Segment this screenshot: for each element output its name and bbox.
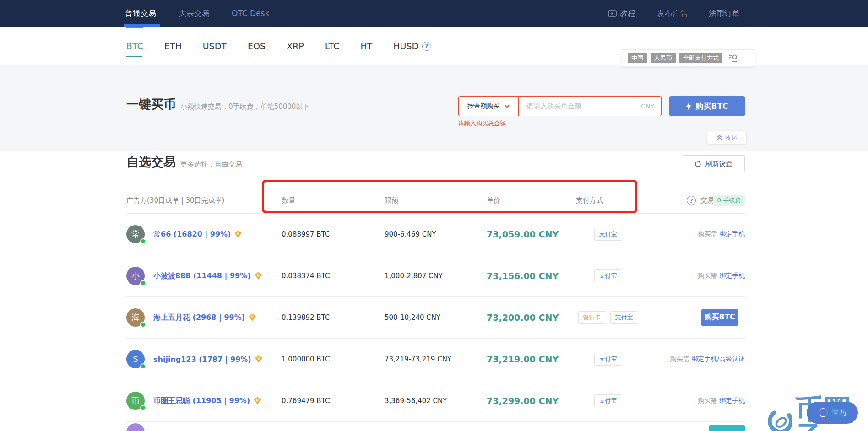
- payment-filter-button[interactable]: 全部支付方式: [679, 53, 722, 63]
- row-amount: 0.139892 BTC: [282, 313, 330, 322]
- quick-buy-button[interactable]: 购买BTC: [669, 96, 745, 116]
- coin-tab-husd[interactable]: HUSD ?: [393, 41, 431, 51]
- alipay-tag: 支付宝: [594, 353, 622, 366]
- avatar[interactable]: 海: [126, 308, 145, 327]
- row-requirement: 购买需 绑定手机: [698, 272, 745, 280]
- row-price: 73,299.00 CNY: [487, 396, 559, 406]
- bind-phone-link[interactable]: 绑定手机: [719, 397, 745, 404]
- row-price: 73,059.00 CNY: [487, 229, 559, 239]
- nav-post-ad-link[interactable]: 发布广告: [657, 0, 688, 27]
- coin-tab-ht[interactable]: HT: [360, 41, 372, 51]
- col-amount: 数量: [282, 196, 295, 205]
- alipay-tag: 支付宝: [610, 311, 638, 324]
- row-payment-methods: 支付宝: [576, 269, 640, 282]
- nav-fiat-orders-link[interactable]: 法币订单: [709, 0, 740, 27]
- row-payment-methods: 银行卡 支付宝: [576, 311, 640, 324]
- row-price: 73,156.00 CNY: [487, 271, 559, 281]
- quick-buy-form: 按金额购买 CNY: [458, 96, 662, 116]
- svg-text:V: V: [251, 315, 254, 319]
- amount-input-wrap: CNY: [519, 102, 661, 111]
- husd-help-icon[interactable]: ?: [422, 42, 431, 51]
- bind-phone-link[interactable]: 绑定手机: [719, 272, 745, 279]
- row-limit: 500-10,240 CNY: [385, 313, 440, 322]
- coin-tab-xrp[interactable]: XRP: [287, 41, 304, 51]
- region-filter-button[interactable]: 中国: [628, 53, 647, 63]
- coin-tab-strip: BTC ETH USDT EOS XRP LTC HT HUSD ? 中国 人民…: [0, 27, 868, 65]
- row-amount: 0.769479 BTC: [282, 397, 330, 405]
- collapse-button[interactable]: 收起: [707, 131, 746, 144]
- bind-phone-link[interactable]: 绑定手机/高级认证: [691, 355, 745, 362]
- advertiser-name-link[interactable]: 常66 (16820 | 99%) V: [153, 229, 242, 239]
- advertiser-name-link[interactable]: shijing123 (1787 | 99%) V: [153, 355, 263, 363]
- table-row: S shijing123 (1787 | 99%) V 1.000000 BTC…: [126, 338, 745, 380]
- buy-mode-select[interactable]: 按金额购买: [459, 97, 519, 116]
- row-payment-methods: 支付宝: [576, 353, 640, 366]
- avatar[interactable]: S: [126, 350, 145, 368]
- vip-medal-icon: V: [248, 313, 256, 322]
- row-price: 73,219.00 CNY: [487, 354, 559, 364]
- coin-tab-btc[interactable]: BTC: [126, 41, 143, 51]
- online-dot: [140, 405, 146, 411]
- row-amount: 0.038374 BTC: [282, 272, 330, 280]
- row-buy-btc-button[interactable]: 购买BTC: [701, 309, 738, 326]
- market-subtitle: 更多选择，自由交易: [180, 160, 242, 169]
- bind-phone-link[interactable]: 绑定手机: [719, 230, 745, 237]
- row-requirement: 购买需 绑定手机/高级认证: [670, 355, 745, 363]
- filter-search-icon[interactable]: [728, 54, 738, 63]
- quick-buy-title: 一键买币: [126, 96, 176, 113]
- alipay-tag: 支付宝: [594, 394, 622, 407]
- alipay-tag: 支付宝: [594, 269, 622, 282]
- avatar[interactable]: 小: [126, 267, 145, 285]
- vip-medal-icon: V: [255, 355, 263, 363]
- double-chevron-up-icon: [716, 135, 722, 140]
- avatar[interactable]: [126, 423, 145, 431]
- form-error-message: 请输入购买总金额: [458, 119, 506, 128]
- coin-tab-usdt[interactable]: USDT: [203, 41, 227, 51]
- table-row: 小 小波波888 (11448 | 99%) V 0.038374 BTC 1,…: [126, 255, 745, 297]
- advertiser-name-link[interactable]: 海上五月花 (2968 | 99%) V: [153, 312, 256, 322]
- row-price: 73,200.00 CNY: [487, 312, 559, 323]
- currency-filter-button[interactable]: 人民币: [651, 53, 676, 63]
- watermark-logo-icon: [768, 405, 792, 431]
- filter-panel: 中国 人民币 全部支付方式: [622, 49, 755, 67]
- tab-block-trade[interactable]: 大宗交易: [179, 0, 210, 27]
- trade-help-icon[interactable]: ?: [687, 196, 696, 205]
- row-limit: 73,219-73,219 CNY: [385, 355, 451, 363]
- vip-medal-icon: V: [234, 230, 242, 238]
- advertiser-name-link[interactable]: 币圈王思聪 (11905 | 99%) V: [153, 396, 261, 405]
- partial-action-button[interactable]: [709, 425, 745, 431]
- amount-input[interactable]: [526, 102, 637, 111]
- table-row: 币 币圈王思聪 (11905 | 99%) V 0.769479 BTC 3,3…: [126, 380, 745, 422]
- chevron-down-icon: [505, 105, 510, 108]
- table-row: 海 海上五月花 (2968 | 99%) V 0.139892 BTC 500-…: [126, 296, 745, 339]
- tab-otc-desk[interactable]: OTC Desk: [232, 0, 269, 27]
- nav-tutorial-link[interactable]: 教程: [608, 0, 635, 27]
- lightning-icon: [686, 102, 692, 111]
- online-dot: [140, 363, 146, 369]
- avatar[interactable]: 币: [126, 392, 145, 410]
- row-requirement: 购买需 绑定手机: [698, 397, 745, 405]
- coin-tab-eth[interactable]: ETH: [164, 41, 182, 51]
- bank-card-tag: 银行卡: [578, 311, 606, 324]
- col-payment: 支付方式: [576, 196, 603, 205]
- tab-normal-trade[interactable]: 普通交易: [125, 0, 156, 27]
- row-limit: 3,369-56,402 CNY: [385, 397, 447, 405]
- market-title: 自选交易: [126, 154, 176, 170]
- refresh-icon: [694, 160, 702, 168]
- coin-tab-ltc[interactable]: LTC: [325, 41, 340, 51]
- svg-text:V: V: [237, 232, 240, 236]
- coin-tab-eos[interactable]: EOS: [248, 41, 266, 51]
- online-dot: [140, 322, 146, 328]
- col-price: 单价: [487, 196, 500, 205]
- advertiser-name-link[interactable]: 小波波888 (11448 | 99%) V: [153, 271, 262, 280]
- alipay-tag: 支付宝: [594, 228, 622, 241]
- quick-buy-subtitle: 小额快速交易，0手续费，单笔50000以下: [180, 102, 309, 111]
- row-limit: 1,000-2,807 CNY: [385, 272, 443, 280]
- col-limit: 限额: [385, 196, 398, 205]
- col-trade: 交易: [700, 196, 714, 205]
- tab-normal-trade-label: 普通交易: [125, 9, 156, 18]
- avatar[interactable]: 常: [126, 225, 145, 243]
- help-floating-button[interactable]: 帮助: [807, 402, 858, 424]
- vip-medal-icon: V: [253, 397, 261, 405]
- refresh-settings-button[interactable]: 刷新设置: [682, 155, 745, 172]
